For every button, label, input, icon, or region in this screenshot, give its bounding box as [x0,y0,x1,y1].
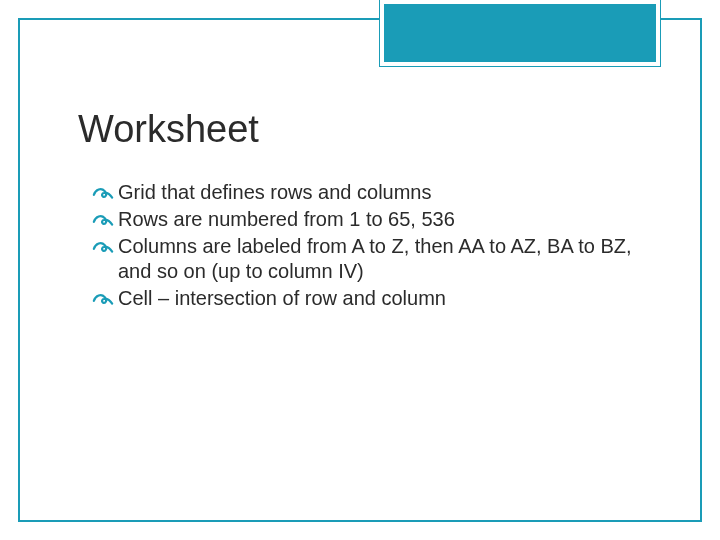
slide-title: Worksheet [78,108,259,151]
list-item: Rows are numbered from 1 to 65, 536 [92,207,640,232]
content-area: Grid that defines rows and columns Rows … [92,180,640,313]
bullet-text: Rows are numbered from 1 to 65, 536 [118,207,640,232]
swirl-bullet-icon [92,236,114,258]
swirl-bullet-icon [92,182,114,204]
list-item: Grid that defines rows and columns [92,180,640,205]
list-item: Cell – intersection of row and column [92,286,640,311]
swirl-bullet-icon [92,288,114,310]
slide: Worksheet Grid that defines rows and col… [0,0,720,540]
bullet-text: Grid that defines rows and columns [118,180,640,205]
swirl-bullet-icon [92,209,114,231]
bullet-text: Columns are labeled from A to Z, then AA… [118,234,640,284]
bullet-text: Cell – intersection of row and column [118,286,640,311]
header-accent-box [380,0,660,66]
list-item: Columns are labeled from A to Z, then AA… [92,234,640,284]
